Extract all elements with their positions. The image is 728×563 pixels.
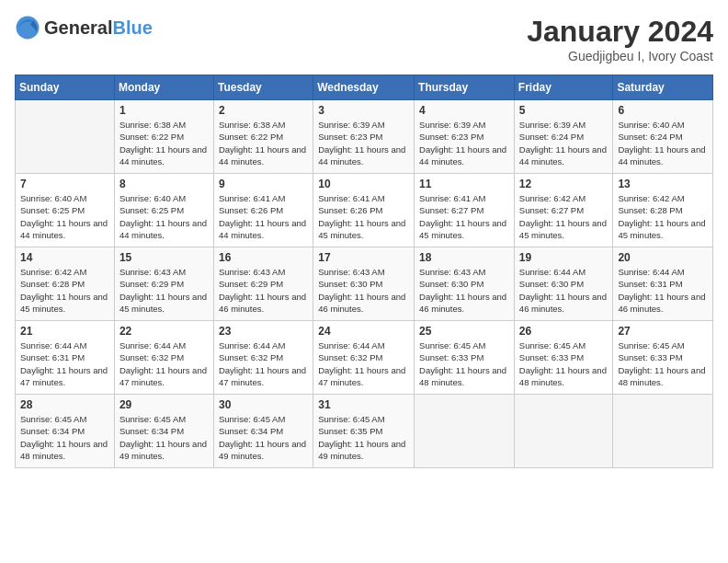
day-info: Sunrise: 6:45 AMSunset: 6:34 PMDaylight:… (219, 413, 308, 462)
day-info: Sunrise: 6:39 AMSunset: 6:23 PMDaylight:… (419, 119, 509, 167)
day-number: 21 (20, 325, 109, 338)
day-number: 3 (318, 104, 409, 117)
day-number: 4 (419, 104, 509, 117)
weekday-header-monday: Monday (114, 75, 213, 100)
calendar-cell-w2-d1: 7Sunrise: 6:40 AMSunset: 6:25 PMDaylight… (16, 174, 115, 247)
day-info: Sunrise: 6:39 AMSunset: 6:23 PMDaylight:… (318, 119, 409, 167)
day-info: Sunrise: 6:41 AMSunset: 6:26 PMDaylight:… (219, 192, 308, 241)
weekday-header-wednesday: Wednesday (313, 75, 415, 100)
week-row-2: 7Sunrise: 6:40 AMSunset: 6:25 PMDaylight… (16, 174, 713, 247)
day-info: Sunrise: 6:38 AMSunset: 6:22 PMDaylight:… (119, 119, 209, 167)
day-info: Sunrise: 6:44 AMSunset: 6:32 PMDaylight:… (219, 339, 308, 388)
calendar-table: SundayMondayTuesdayWednesdayThursdayFrid… (15, 75, 713, 468)
calendar-cell-w1-d1 (16, 100, 115, 174)
calendar-cell-w5-d1: 28Sunrise: 6:45 AMSunset: 6:34 PMDayligh… (16, 395, 115, 468)
day-number: 11 (419, 178, 509, 190)
day-info: Sunrise: 6:45 AMSunset: 6:35 PMDaylight:… (318, 413, 409, 462)
calendar-cell-w2-d7: 13Sunrise: 6:42 AMSunset: 6:28 PMDayligh… (613, 174, 713, 247)
calendar-cell-w3-d6: 19Sunrise: 6:44 AMSunset: 6:30 PMDayligh… (514, 247, 613, 321)
day-number: 27 (618, 325, 708, 338)
day-number: 10 (318, 178, 409, 190)
calendar-cell-w3-d5: 18Sunrise: 6:43 AMSunset: 6:30 PMDayligh… (415, 247, 515, 321)
calendar-cell-w4-d4: 24Sunrise: 6:44 AMSunset: 6:32 PMDayligh… (313, 321, 415, 395)
day-number: 23 (219, 325, 308, 338)
calendar-cell-w5-d3: 30Sunrise: 6:45 AMSunset: 6:34 PMDayligh… (213, 395, 313, 468)
day-number: 15 (119, 251, 209, 264)
day-info: Sunrise: 6:44 AMSunset: 6:32 PMDaylight:… (318, 339, 409, 388)
calendar-cell-w1-d4: 3Sunrise: 6:39 AMSunset: 6:23 PMDaylight… (313, 100, 415, 174)
calendar-cell-w5-d5 (415, 395, 515, 468)
logo-general: General (44, 17, 112, 38)
day-number: 19 (519, 251, 609, 264)
day-info: Sunrise: 6:44 AMSunset: 6:31 PMDaylight:… (618, 266, 708, 315)
weekday-header-thursday: Thursday (415, 75, 515, 100)
day-info: Sunrise: 6:45 AMSunset: 6:33 PMDaylight:… (618, 339, 708, 388)
day-info: Sunrise: 6:45 AMSunset: 6:33 PMDaylight:… (519, 339, 609, 388)
day-info: Sunrise: 6:42 AMSunset: 6:28 PMDaylight:… (618, 192, 708, 241)
day-number: 31 (318, 398, 409, 411)
calendar-cell-w1-d7: 6Sunrise: 6:40 AMSunset: 6:24 PMDaylight… (613, 100, 713, 174)
day-number: 6 (618, 104, 708, 117)
day-info: Sunrise: 6:39 AMSunset: 6:24 PMDaylight:… (519, 119, 609, 167)
calendar-cell-w4-d2: 22Sunrise: 6:44 AMSunset: 6:32 PMDayligh… (114, 321, 213, 395)
day-info: Sunrise: 6:40 AMSunset: 6:25 PMDaylight:… (119, 192, 209, 241)
day-number: 1 (119, 104, 209, 117)
page-header: GeneralBlue January 2024 Guedjigbeu I, I… (15, 15, 713, 63)
calendar-cell-w3-d3: 16Sunrise: 6:43 AMSunset: 6:29 PMDayligh… (213, 247, 313, 321)
day-info: Sunrise: 6:45 AMSunset: 6:34 PMDaylight:… (119, 413, 209, 462)
day-number: 30 (219, 398, 308, 411)
day-info: Sunrise: 6:43 AMSunset: 6:30 PMDaylight:… (419, 266, 509, 315)
week-row-5: 28Sunrise: 6:45 AMSunset: 6:34 PMDayligh… (16, 395, 713, 468)
day-info: Sunrise: 6:41 AMSunset: 6:27 PMDaylight:… (419, 192, 509, 241)
calendar-cell-w4-d1: 21Sunrise: 6:44 AMSunset: 6:31 PMDayligh… (16, 321, 115, 395)
day-number: 26 (519, 325, 609, 338)
day-info: Sunrise: 6:45 AMSunset: 6:34 PMDaylight:… (20, 413, 109, 462)
calendar-cell-w2-d3: 9Sunrise: 6:41 AMSunset: 6:26 PMDaylight… (213, 174, 313, 247)
title-block: January 2024 Guedjigbeu I, Ivory Coast (527, 15, 713, 63)
day-number: 2 (219, 104, 308, 117)
day-number: 16 (219, 251, 308, 264)
day-info: Sunrise: 6:43 AMSunset: 6:29 PMDaylight:… (119, 266, 209, 315)
day-number: 29 (119, 398, 209, 411)
calendar-cell-w5-d7 (613, 395, 713, 468)
calendar-cell-w3-d1: 14Sunrise: 6:42 AMSunset: 6:28 PMDayligh… (16, 247, 115, 321)
day-info: Sunrise: 6:42 AMSunset: 6:27 PMDaylight:… (519, 192, 609, 241)
day-info: Sunrise: 6:41 AMSunset: 6:26 PMDaylight:… (318, 192, 409, 241)
logo: GeneralBlue (15, 15, 153, 40)
calendar-cell-w4-d6: 26Sunrise: 6:45 AMSunset: 6:33 PMDayligh… (514, 321, 613, 395)
month-year-title: January 2024 (527, 15, 713, 49)
calendar-cell-w2-d6: 12Sunrise: 6:42 AMSunset: 6:27 PMDayligh… (514, 174, 613, 247)
calendar-cell-w4-d7: 27Sunrise: 6:45 AMSunset: 6:33 PMDayligh… (613, 321, 713, 395)
logo-blue: Blue (112, 17, 152, 38)
calendar-cell-w1-d6: 5Sunrise: 6:39 AMSunset: 6:24 PMDaylight… (514, 100, 613, 174)
calendar-cell-w1-d3: 2Sunrise: 6:38 AMSunset: 6:22 PMDaylight… (213, 100, 313, 174)
weekday-header-saturday: Saturday (613, 75, 713, 100)
calendar-cell-w5-d2: 29Sunrise: 6:45 AMSunset: 6:34 PMDayligh… (114, 395, 213, 468)
day-number: 25 (419, 325, 509, 338)
day-info: Sunrise: 6:44 AMSunset: 6:30 PMDaylight:… (519, 266, 609, 315)
day-info: Sunrise: 6:38 AMSunset: 6:22 PMDaylight:… (219, 119, 308, 167)
day-info: Sunrise: 6:44 AMSunset: 6:31 PMDaylight:… (20, 339, 109, 388)
calendar-cell-w4-d5: 25Sunrise: 6:45 AMSunset: 6:33 PMDayligh… (415, 321, 515, 395)
week-row-1: 1Sunrise: 6:38 AMSunset: 6:22 PMDaylight… (16, 100, 713, 174)
calendar-cell-w5-d6 (514, 395, 613, 468)
week-row-3: 14Sunrise: 6:42 AMSunset: 6:28 PMDayligh… (16, 247, 713, 321)
calendar-cell-w1-d2: 1Sunrise: 6:38 AMSunset: 6:22 PMDaylight… (114, 100, 213, 174)
calendar-cell-w3-d2: 15Sunrise: 6:43 AMSunset: 6:29 PMDayligh… (114, 247, 213, 321)
day-number: 28 (20, 398, 109, 411)
logo-icon (15, 15, 40, 40)
day-number: 24 (318, 325, 409, 338)
calendar-cell-w5-d4: 31Sunrise: 6:45 AMSunset: 6:35 PMDayligh… (313, 395, 415, 468)
day-number: 22 (119, 325, 209, 338)
week-row-4: 21Sunrise: 6:44 AMSunset: 6:31 PMDayligh… (16, 321, 713, 395)
weekday-header-tuesday: Tuesday (213, 75, 313, 100)
day-number: 9 (219, 178, 308, 190)
day-number: 17 (318, 251, 409, 264)
day-number: 20 (618, 251, 708, 264)
calendar-cell-w4-d3: 23Sunrise: 6:44 AMSunset: 6:32 PMDayligh… (213, 321, 313, 395)
day-info: Sunrise: 6:44 AMSunset: 6:32 PMDaylight:… (119, 339, 209, 388)
weekday-header-friday: Friday (514, 75, 613, 100)
day-number: 12 (519, 178, 609, 190)
calendar-cell-w1-d5: 4Sunrise: 6:39 AMSunset: 6:23 PMDaylight… (415, 100, 515, 174)
logo-text: GeneralBlue (44, 17, 153, 39)
